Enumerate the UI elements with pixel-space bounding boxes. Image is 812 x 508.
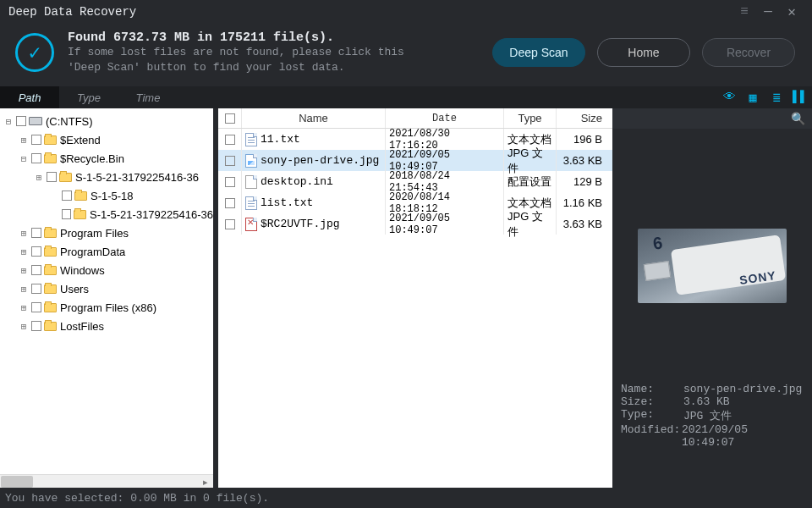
preview-thumbnail: 6 SONY xyxy=(638,229,787,303)
hint-line-2: 'Deep Scan' button to find your lost dat… xyxy=(68,60,479,75)
tree-item[interactable]: ⊞Windows xyxy=(0,261,213,279)
expand-icon[interactable]: ⊞ xyxy=(19,265,29,276)
file-row-selected[interactable]: sony-pen-drive.jpg 2021/09/05 10:49:07 J… xyxy=(218,150,612,171)
checkbox[interactable] xyxy=(31,302,41,312)
tab-path[interactable]: Path xyxy=(0,86,59,108)
menu-icon[interactable]: ≡ xyxy=(732,4,756,19)
select-all-checkbox[interactable] xyxy=(225,113,235,124)
minimize-button[interactable]: — xyxy=(756,4,780,19)
checkbox[interactable] xyxy=(31,135,41,145)
folder-icon xyxy=(44,284,57,294)
deep-scan-button[interactable]: Deep Scan xyxy=(492,38,585,67)
checkbox[interactable] xyxy=(47,172,57,182)
preview-toggle-icon[interactable]: 👁 xyxy=(717,86,741,108)
blank xyxy=(49,190,59,202)
grid-view-icon[interactable]: ▦ xyxy=(741,86,765,108)
text-file-icon xyxy=(245,133,257,146)
checkbox[interactable] xyxy=(31,228,41,238)
folder-icon xyxy=(74,210,86,219)
close-button[interactable]: ✕ xyxy=(780,3,804,20)
tree-item[interactable]: S-1-5-21-3179225416-36 xyxy=(0,205,213,224)
app-title: Deep Data Recovery xyxy=(8,5,136,19)
blank xyxy=(49,209,59,220)
column-date[interactable]: Date xyxy=(386,108,504,128)
checkbox[interactable] xyxy=(225,177,235,187)
checkbox[interactable] xyxy=(31,246,41,257)
checkbox[interactable] xyxy=(31,265,41,275)
folder-icon xyxy=(44,247,57,257)
checkbox[interactable] xyxy=(225,156,235,166)
tree-item[interactable]: ⊞$Extend xyxy=(0,130,213,149)
text-file-icon xyxy=(245,196,257,210)
checkbox[interactable] xyxy=(31,321,41,331)
file-row[interactable]: desktop.ini 2018/08/24 21:54:43 配置设置 129… xyxy=(218,171,612,192)
expand-icon[interactable]: ⊞ xyxy=(34,172,44,183)
config-file-icon xyxy=(245,175,257,189)
scan-summary: Found 6732.73 MB in 175211 file(s). If s… xyxy=(68,30,479,75)
tree-item[interactable]: ⊞LostFiles xyxy=(0,317,213,335)
folder-tree[interactable]: ⊟ (C:NTFS) ⊞$Extend ⊟$Recycle.Bin ⊞S-1-5… xyxy=(0,108,213,488)
column-name[interactable]: Name xyxy=(242,108,386,128)
tree-horizontal-scrollbar[interactable]: ▸ xyxy=(0,474,213,488)
list-view-icon[interactable]: ≣ xyxy=(765,86,788,108)
tree-item[interactable]: ⊞ProgramData xyxy=(0,242,213,261)
collapse-icon[interactable]: ⊟ xyxy=(19,153,29,164)
checkbox[interactable] xyxy=(31,284,41,294)
file-list-header: Name Date Type Size xyxy=(218,108,612,129)
tree-item[interactable]: ⊟$Recycle.Bin xyxy=(0,149,213,168)
status-text: You have selected: 0.00 MB in 0 file(s). xyxy=(5,492,269,505)
image-file-icon xyxy=(245,154,257,168)
tree-item[interactable]: ⊞Program Files xyxy=(0,224,213,242)
title-bar: Deep Data Recovery ≡ — ✕ xyxy=(0,0,812,24)
search-bar[interactable]: 🔍 xyxy=(612,108,812,129)
expand-icon[interactable]: ⊞ xyxy=(19,246,29,257)
folder-icon xyxy=(59,173,72,182)
file-row[interactable]: 11.txt 2021/08/30 17:16:20 文本文档 196 B xyxy=(218,129,612,150)
tree-item[interactable]: S-1-5-18 xyxy=(0,186,213,205)
folder-icon xyxy=(44,154,57,163)
checkbox[interactable] xyxy=(31,153,41,163)
checkmark-icon: ✓ xyxy=(15,33,54,72)
checkbox[interactable] xyxy=(16,116,26,126)
home-button[interactable]: Home xyxy=(597,38,690,67)
search-icon[interactable]: 🔍 xyxy=(791,112,805,126)
header: ✓ Found 6732.73 MB in 175211 file(s). If… xyxy=(0,24,812,86)
detail-view-icon[interactable]: ▌▌ xyxy=(788,86,812,108)
expand-icon[interactable]: ⊞ xyxy=(19,135,29,146)
expand-icon[interactable]: ⊞ xyxy=(19,321,29,332)
tree-item[interactable]: ⊞S-1-5-21-3179225416-36 xyxy=(0,168,213,186)
corrupt-file-icon xyxy=(245,218,257,231)
folder-icon xyxy=(44,322,57,331)
expand-icon[interactable]: ⊞ xyxy=(19,302,29,313)
status-bar: You have selected: 0.00 MB in 0 file(s). xyxy=(0,488,812,508)
tab-type[interactable]: Type xyxy=(59,86,118,108)
expand-icon[interactable]: ⊞ xyxy=(19,228,29,239)
checkbox[interactable] xyxy=(225,198,235,208)
drive-icon xyxy=(29,117,42,125)
folder-icon xyxy=(44,135,57,145)
file-row[interactable]: list.txt 2020/08/14 18:18:12 文本文档 1.16 K… xyxy=(218,192,612,213)
tab-time[interactable]: Time xyxy=(118,86,178,108)
preview-metadata: Name:sony-pen-drive.jpg Size:3.63 KB Typ… xyxy=(621,383,804,449)
folder-icon xyxy=(44,229,57,238)
checkbox[interactable] xyxy=(62,209,72,219)
preview-panel: 🔍 6 SONY Name:sony-pen-drive.jpg Size:3.… xyxy=(612,108,812,488)
checkbox[interactable] xyxy=(225,219,235,229)
found-line: Found 6732.73 MB in 175211 file(s). xyxy=(68,30,479,45)
folder-icon xyxy=(74,191,87,201)
view-tabstrip: Path Type Time 👁 ▦ ≣ ▌▌ xyxy=(0,86,812,108)
column-type[interactable]: Type xyxy=(504,108,557,128)
column-size[interactable]: Size xyxy=(557,108,606,128)
collapse-icon[interactable]: ⊟ xyxy=(3,116,14,127)
checkbox[interactable] xyxy=(225,135,235,145)
tree-item[interactable]: ⊞Users xyxy=(0,279,213,298)
recover-button[interactable]: Recover xyxy=(702,38,795,67)
folder-icon xyxy=(44,266,57,275)
expand-icon[interactable]: ⊞ xyxy=(19,284,29,295)
hint-line-1: If some lost files are not found, please… xyxy=(68,45,479,60)
checkbox[interactable] xyxy=(62,190,72,201)
folder-icon xyxy=(44,303,57,312)
tree-root[interactable]: ⊟ (C:NTFS) xyxy=(0,112,213,130)
file-row[interactable]: $RC2UVTF.jpg 2021/09/05 10:49:07 JPG 文件 … xyxy=(218,213,612,235)
tree-item[interactable]: ⊞Program Files (x86) xyxy=(0,298,213,317)
